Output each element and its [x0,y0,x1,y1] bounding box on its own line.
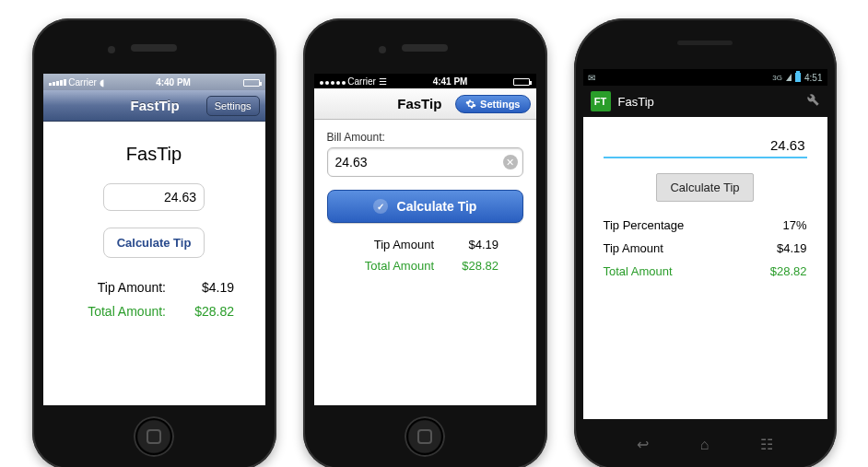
front-camera [379,46,386,53]
battery-icon [513,78,530,86]
action-bar: FT FasTip [583,86,827,117]
total-label: Total Amount: [74,304,166,319]
bill-amount-input[interactable] [327,147,523,177]
tip-value: $4.19 [452,238,499,251]
total-row: Total Amount $28.82 [327,259,523,273]
settings-button[interactable]: Settings [206,96,260,116]
total-value: $28.82 [188,304,234,319]
nav-title: FastTip [104,98,206,113]
status-right: 3G 4:51 [772,73,822,83]
screen-ios6: Carrier ◖ 4:40 PM FastTip Settings FasTi… [43,74,265,405]
device-iphone-ios7: Carrier ☰ 4:41 PM FasTip Settings Bill A… [303,18,547,467]
screen-android: ✉ 3G 4:51 FT FasTip Calculate Tip Tip [583,69,827,419]
bill-amount-input[interactable] [103,183,205,211]
content: Bill Amount: ✕ ✓ Calculate Tip Tip Amoun… [314,120,536,291]
settings-label: Settings [480,99,520,110]
tip-value: $4.19 [777,241,807,255]
status-time: 4:40 PM [104,77,243,88]
recent-icon[interactable]: ☷ [760,436,773,453]
signal-icon [320,81,346,85]
pct-value: 17% [782,218,806,232]
notification-icon: ✉ [588,73,595,83]
tip-label: Tip Amount [604,241,663,255]
status-time: 4:51 [804,73,822,83]
tip-row: Tip Amount $4.19 [327,238,523,251]
check-icon: ✓ [373,199,388,214]
network-label: 3G [772,74,782,82]
battery-icon [795,73,801,82]
status-left: Carrier ◖ [49,77,104,88]
tip-label: Tip Amount [351,238,434,251]
battery-icon [243,79,260,87]
speaker [402,44,448,52]
nav-bar: FastTip Settings [43,90,265,122]
tip-label: Tip Amount: [74,280,166,295]
total-value: $28.82 [770,264,807,278]
total-label: Total Amount [604,264,673,278]
bill-input-wrap: ✕ [327,147,523,177]
speaker [131,44,177,52]
pct-label: Tip Percentage [604,218,685,232]
app-title: FasTip [618,95,654,109]
wrench-icon[interactable] [805,92,820,111]
status-bar: ✉ 3G 4:51 [583,69,827,86]
total-row: Total Amount $28.82 [604,264,807,278]
calculate-button[interactable]: ✓ Calculate Tip [327,190,523,223]
calculate-button[interactable]: Calculate Tip [103,228,205,258]
wifi-icon: ☰ [379,76,387,87]
status-right [243,77,260,88]
device-android: ✉ 3G 4:51 FT FasTip Calculate Tip Tip [574,18,837,467]
status-left: Carrier ☰ [320,76,387,87]
app-heading: FasTip [60,144,249,165]
speaker [677,41,733,45]
calculate-label: Calculate Tip [397,199,477,214]
carrier-label: Carrier [68,77,97,88]
home-icon[interactable]: ⌂ [700,437,710,453]
signal-icon [786,74,792,81]
home-button[interactable] [134,416,174,457]
status-bar: Carrier ☰ 4:41 PM [314,74,536,88]
device-iphone-ios6: Carrier ◖ 4:40 PM FastTip Settings FasTi… [32,18,276,467]
tip-row: Tip Amount $4.19 [604,241,807,255]
result-rows: Tip Amount $4.19 Total Amount $28.82 [327,238,523,273]
tip-value: $4.19 [188,280,234,295]
content: Calculate Tip Tip Percentage 17% Tip Amo… [583,117,827,304]
gear-icon [465,99,476,110]
status-bar: Carrier ◖ 4:40 PM [43,74,265,90]
app-logo: FT [591,91,611,111]
nav-bar: FasTip Settings [314,88,536,120]
pct-row: Tip Percentage 17% [604,218,807,232]
clear-icon[interactable]: ✕ [503,155,518,169]
tip-row: Tip Amount: $4.19 [60,280,249,295]
result-rows: Tip Amount: $4.19 Total Amount: $28.82 [60,280,249,319]
settings-button[interactable]: Settings [455,95,530,113]
total-label: Total Amount [351,259,434,273]
total-value: $28.82 [452,259,499,273]
status-right [513,76,530,87]
bill-amount-input[interactable] [604,134,807,158]
bill-field-label: Bill Amount: [327,131,523,144]
signal-icon [49,79,66,86]
home-button[interactable] [405,416,445,457]
carrier-label: Carrier [347,76,376,87]
back-icon[interactable]: ↩ [637,436,649,453]
nav-title: FasTip [384,96,456,111]
content: FasTip Calculate Tip Tip Amount: $4.19 T… [43,122,265,344]
screen-ios7: Carrier ☰ 4:41 PM FasTip Settings Bill A… [314,74,536,405]
total-row: Total Amount: $28.82 [60,304,249,319]
front-camera [108,46,115,53]
result-rows: Tip Percentage 17% Tip Amount $4.19 Tota… [604,218,807,278]
calculate-button[interactable]: Calculate Tip [656,173,753,202]
hardware-nav: ↩ ⌂ ☷ [574,436,837,453]
status-time: 4:41 PM [433,76,468,87]
